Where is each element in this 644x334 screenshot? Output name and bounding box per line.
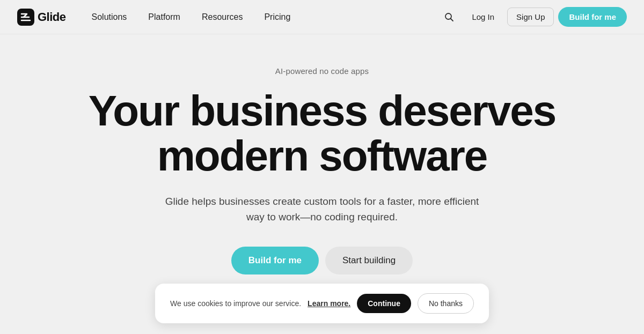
svg-line-2 xyxy=(451,18,453,21)
search-button[interactable] xyxy=(440,8,459,27)
logo[interactable]: Glide xyxy=(17,9,66,26)
hero-headline-line1: Your business deserves xyxy=(89,87,556,135)
signup-button[interactable]: Sign Up xyxy=(507,8,554,26)
nav-item-solutions[interactable]: Solutions xyxy=(83,8,136,26)
brand-name: Glide xyxy=(38,10,66,24)
search-icon xyxy=(444,12,455,23)
logo-icon xyxy=(17,9,34,26)
nav-item-platform[interactable]: Platform xyxy=(140,8,189,26)
hero-tag: AI-powered no code apps xyxy=(275,66,369,76)
hero-subtext: Glide helps businesses create custom too… xyxy=(156,194,488,225)
start-building-button[interactable]: Start building xyxy=(325,247,413,274)
nav-actions: Log In Sign Up Build for me xyxy=(440,7,627,27)
nav-item-resources[interactable]: Resources xyxy=(193,8,251,26)
build-for-me-hero-button[interactable]: Build for me xyxy=(231,247,319,274)
hero-section: AI-powered no code apps Your business de… xyxy=(0,34,644,296)
hero-cta-group: Build for me Start building xyxy=(231,247,413,274)
login-button[interactable]: Log In xyxy=(463,8,503,26)
hero-headline: Your business deserves modern software xyxy=(89,88,556,179)
cookie-message: We use cookies to improve our service. xyxy=(170,299,301,308)
hero-headline-line2: modern software xyxy=(157,132,487,180)
build-for-me-nav-button[interactable]: Build for me xyxy=(558,7,627,27)
nav-links: Solutions Platform Resources Pricing xyxy=(83,8,440,26)
navbar: Glide Solutions Platform Resources Prici… xyxy=(0,0,644,34)
cookie-continue-button[interactable]: Continue xyxy=(357,294,411,313)
nav-item-pricing[interactable]: Pricing xyxy=(255,8,299,26)
cookie-banner: We use cookies to improve our service. L… xyxy=(155,284,489,323)
cookie-no-thanks-button[interactable]: No thanks xyxy=(418,293,474,314)
cookie-learn-more[interactable]: Learn more. xyxy=(308,299,350,308)
